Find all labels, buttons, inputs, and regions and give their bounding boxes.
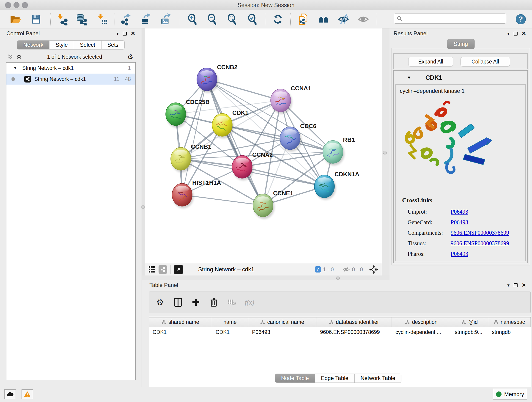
tab-sets[interactable]: Sets — [101, 40, 125, 50]
network-node-CDKN1A[interactable]: CDKN1A — [314, 171, 360, 200]
column-header-database-identifier[interactable]: database identifier — [317, 317, 392, 327]
splitter-handle[interactable] — [383, 151, 387, 154]
expand-all-chevron-icon[interactable] — [16, 54, 22, 60]
show-columns-icon[interactable] — [173, 297, 183, 307]
network-share-view-button[interactable] — [158, 265, 167, 274]
center-view-crosshair-icon[interactable] — [369, 265, 379, 274]
panel-float-icon[interactable] — [514, 283, 518, 287]
save-session-button[interactable] — [29, 13, 43, 26]
crosslink-value-link[interactable]: P06493 — [451, 219, 468, 225]
network-row[interactable]: String Network – cdk1 11 48 — [6, 74, 135, 85]
zoom-out-button[interactable] — [206, 13, 219, 26]
crosslink-row: Compartments:9606.ENSP00000378699 — [408, 228, 522, 238]
birds-eye-view-button[interactable] — [174, 265, 183, 274]
collection-expand-icon[interactable]: ▼ — [13, 66, 17, 70]
search-input[interactable] — [403, 16, 501, 22]
tab-edge-table[interactable]: Edge Table — [315, 374, 355, 383]
crosslink-label: Tissues: — [408, 240, 451, 247]
crosslink-value-link[interactable]: 9606.ENSP00000378699 — [451, 240, 509, 247]
panel-close-icon[interactable]: ✕ — [522, 31, 526, 37]
zoom-selected-button[interactable] — [246, 13, 259, 26]
network-edge-HIST1H1A-CCNE1[interactable] — [182, 195, 263, 205]
help-button[interactable]: ? — [514, 13, 527, 26]
search-field[interactable] — [394, 13, 506, 24]
node-label-HIST1H1A: HIST1H1A — [192, 179, 221, 186]
section-collapse-icon[interactable]: ▼ — [407, 75, 411, 80]
table-options-gear-icon[interactable]: ⚙ — [155, 297, 165, 307]
crosslink-value-link[interactable]: P06493 — [451, 209, 468, 215]
import-network-file-button[interactable] — [56, 13, 69, 26]
panel-close-icon[interactable]: ✕ — [522, 282, 526, 288]
network-node-CCNE1[interactable]: CCNE1 — [253, 190, 293, 219]
tab-string[interactable]: String — [447, 39, 475, 49]
column-header-shared-name[interactable]: shared name — [149, 317, 212, 327]
crosslink-value-link[interactable]: 9606.ENSP00000378699 — [451, 230, 509, 236]
expand-all-button[interactable]: Expand All — [408, 57, 453, 66]
new-network-from-selection-button[interactable] — [297, 13, 310, 26]
tab-node-table[interactable]: Node Table — [275, 374, 315, 383]
network-collection-row[interactable]: ▼ String Network – cdk1 1 — [6, 63, 135, 74]
crosslink-value-link[interactable]: P06493 — [451, 251, 468, 257]
network-node-CDC6[interactable]: CDC6 — [280, 123, 317, 152]
crosslinks-list: Uniprot:P06493GeneCard:P06493Compartment… — [408, 206, 522, 259]
export-network-button[interactable] — [120, 13, 133, 26]
tab-style[interactable]: Style — [50, 40, 74, 50]
warnings-button[interactable] — [22, 389, 33, 399]
export-table-button[interactable] — [139, 13, 152, 26]
delete-column-trash-icon[interactable] — [209, 297, 219, 307]
column-type-icon — [329, 320, 334, 324]
table-toolbar: ⚙ — [149, 292, 531, 313]
control-panel: Control Panel ▾ ✕ NetworkStyleSelectSets… — [0, 28, 142, 387]
column-header-name[interactable]: name — [212, 317, 248, 327]
collapse-all-chevron-icon[interactable] — [7, 54, 13, 60]
splitter-handle[interactable] — [336, 276, 340, 280]
network-list: ▼ String Network – cdk1 1 String Network… — [6, 62, 136, 380]
network-node-CDK1[interactable]: CDK1 — [212, 109, 249, 138]
collapse-all-button[interactable]: Collapse All — [461, 57, 510, 66]
panel-menu-icon[interactable]: ▾ — [507, 31, 510, 36]
panel-close-icon[interactable]: ✕ — [131, 31, 135, 37]
zoom-in-button[interactable] — [186, 13, 199, 26]
hidden-counts: 0 - 0 — [352, 266, 363, 273]
import-table-button[interactable] — [96, 13, 109, 26]
refresh-icon — [272, 13, 284, 26]
network-edge-CCNB2-HIST1H1A[interactable] — [182, 79, 207, 195]
panel-float-icon[interactable] — [514, 32, 518, 36]
selected-nodes-checkbox[interactable]: ✓ — [315, 266, 321, 273]
select-first-neighbors-button[interactable] — [317, 13, 330, 26]
network-node-RB1[interactable]: RB1 — [323, 136, 355, 166]
network-canvas[interactable]: CCNB2CCNA1CDC25BCDK1CDC6RB1CCNB1CCNA2CDK… — [145, 28, 382, 263]
column-header-canonical-name[interactable]: canonical name — [248, 317, 317, 327]
zoom-fit-button[interactable] — [225, 13, 239, 26]
network-edge-CCNB2-CCNE1[interactable] — [207, 79, 263, 205]
cloud-button[interactable] — [4, 389, 16, 399]
import-network-database-button[interactable] — [75, 13, 88, 26]
tab-network[interactable]: Network — [17, 40, 50, 50]
open-session-button[interactable] — [9, 13, 22, 26]
network-node-HIST1H1A[interactable]: HIST1H1A — [172, 179, 221, 208]
vertical-splitter-left[interactable] — [142, 28, 145, 280]
network-graph[interactable]: CCNB2CCNA1CDC25BCDK1CDC6RB1CCNB1CCNA2CDK… — [145, 28, 382, 263]
protein-section-header[interactable]: ▼ CDK1 — [394, 72, 527, 83]
hidden-eye-slash-icon[interactable] — [342, 266, 350, 273]
add-column-icon[interactable] — [191, 297, 201, 307]
panel-menu-icon[interactable]: ▾ — [507, 283, 510, 288]
column-header-namespac[interactable]: namespac — [488, 317, 531, 327]
network-node-CCNA1[interactable]: CCNA1 — [271, 85, 311, 114]
panel-float-icon[interactable] — [123, 32, 127, 36]
grid-view-icon[interactable] — [148, 266, 155, 273]
column-header-description[interactable]: description — [392, 317, 451, 327]
memory-button[interactable]: Memory — [493, 389, 527, 400]
splitter-handle[interactable] — [141, 205, 145, 209]
apply-layout-button[interactable] — [271, 13, 285, 26]
export-image-button[interactable] — [159, 13, 172, 26]
table-row[interactable]: CDK1CDK1P064939606.ENSP00000378699cyclin… — [149, 327, 531, 337]
hide-selected-button[interactable] — [337, 13, 350, 26]
column-header-@id[interactable]: @id — [451, 317, 488, 327]
network-options-gear-icon[interactable]: ⚙ — [127, 53, 133, 60]
show-all-button[interactable] — [357, 13, 370, 26]
tab-select[interactable]: Select — [74, 40, 101, 50]
tab-network-table[interactable]: Network Table — [355, 374, 402, 383]
help-icon: ? — [515, 13, 526, 25]
panel-menu-icon[interactable]: ▾ — [116, 31, 119, 36]
